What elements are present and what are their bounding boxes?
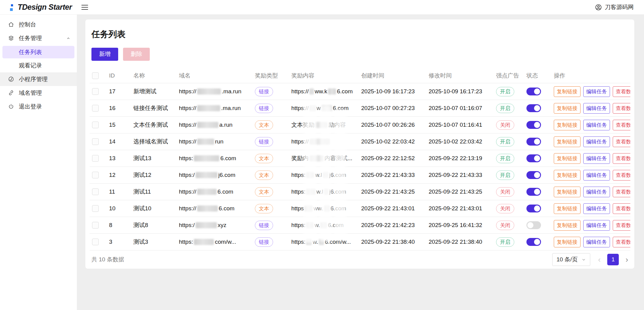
page-size-select[interactable]: 10 条/页 [552, 253, 590, 266]
table-row: 14选择域名测试https://run链接https://2025-10-02 … [90, 133, 630, 150]
copy-link-button[interactable]: 复制链接 [554, 187, 581, 197]
copy-link-button[interactable]: 复制链接 [554, 153, 581, 164]
row-checkbox[interactable] [92, 205, 99, 212]
current-page-button[interactable]: 1 [607, 254, 619, 265]
view-data-button[interactable]: 查看数据 [613, 203, 630, 214]
row-name: 测试13 [131, 150, 176, 167]
delete-button[interactable]: 删除 [123, 48, 150, 61]
view-data-button[interactable]: 查看数据 [613, 86, 630, 97]
row-select-cell [90, 234, 107, 250]
row-checkbox[interactable] [92, 239, 99, 245]
select-all-checkbox[interactable] [92, 72, 99, 79]
view-data-button[interactable]: 查看数据 [613, 103, 630, 114]
row-created-time: 2025-09-22 21:38:40 [359, 234, 426, 250]
app-logo[interactable]: TDesign Starter [0, 3, 77, 12]
view-data-button[interactable]: 查看数据 [613, 153, 630, 164]
sidebar-item-miniprogram[interactable]: 小程序管理 [0, 72, 77, 86]
row-reward-type: 链接 [252, 217, 289, 234]
status-toggle[interactable] [526, 205, 541, 212]
copy-link-button[interactable]: 复制链接 [554, 237, 581, 247]
edit-task-button[interactable]: 编辑任务 [583, 120, 610, 130]
status-toggle[interactable] [526, 104, 541, 112]
copy-link-button[interactable]: 复制链接 [554, 170, 581, 181]
copy-link-button[interactable]: 复制链接 [554, 103, 581, 114]
row-checkbox[interactable] [92, 88, 99, 95]
view-data-button[interactable]: 查看数据 [613, 136, 630, 147]
edit-task-button[interactable]: 编辑任务 [583, 136, 610, 147]
status-toggle[interactable] [526, 88, 541, 95]
ad-status-tag: 关闭 [496, 120, 514, 130]
prev-page-button[interactable]: ‹ [598, 256, 601, 264]
row-checkbox[interactable] [92, 122, 99, 128]
status-toggle[interactable] [526, 171, 541, 179]
status-toggle[interactable] [526, 188, 541, 196]
next-page-button[interactable]: › [625, 256, 628, 264]
column-header-status: 状态 [524, 68, 551, 83]
view-data-button[interactable]: 查看数据 [613, 187, 630, 197]
chevron-down-icon [581, 257, 586, 262]
sidebar-item-dashboard[interactable]: 控制台 [0, 18, 77, 31]
chevron-up-icon [66, 36, 71, 41]
edit-task-button[interactable]: 编辑任务 [583, 203, 610, 214]
sidebar-item-task-list[interactable]: 任务列表 [2, 46, 74, 58]
edit-task-button[interactable]: 编辑任务 [583, 220, 610, 231]
row-reward-content: httpsww.6.com [289, 200, 359, 217]
copy-link-button[interactable]: 复制链接 [554, 136, 581, 147]
row-reward-content: https:// [289, 133, 359, 150]
row-actions: 复制链接编辑任务查看数据 [551, 150, 630, 167]
sidebar-item-watch-records[interactable]: 观看记录 [0, 59, 77, 72]
row-checkbox[interactable] [92, 188, 99, 195]
row-created-time: 2025-10-07 00:27:23 [359, 100, 426, 117]
add-button[interactable]: 新增 [91, 48, 118, 61]
toggle-knob [527, 222, 533, 228]
status-toggle[interactable] [526, 121, 541, 129]
status-toggle[interactable] [526, 238, 541, 246]
status-toggle[interactable] [526, 221, 541, 229]
ad-status-tag: 开启 [496, 170, 514, 180]
copy-link-button[interactable]: 复制链接 [554, 220, 581, 231]
row-checkbox[interactable] [92, 222, 99, 229]
status-toggle[interactable] [526, 154, 541, 162]
row-checkbox[interactable] [92, 138, 99, 145]
sidebar-item-logout[interactable]: 退出登录 [0, 100, 77, 113]
column-header-actions: 操作 [551, 68, 630, 83]
copy-link-button[interactable]: 复制链接 [554, 120, 581, 130]
menu-collapse-icon[interactable] [81, 3, 89, 11]
edit-task-button[interactable]: 编辑任务 [583, 237, 610, 247]
redacted-text [310, 88, 314, 95]
row-checkbox[interactable] [92, 172, 99, 178]
copy-link-button[interactable]: 复制链接 [554, 203, 581, 214]
ad-status-tag: 关闭 [496, 187, 514, 197]
row-domain: https://6.com [176, 184, 252, 200]
user-menu[interactable]: 刀客源码网 [595, 3, 644, 11]
row-switch-cell [524, 217, 551, 234]
edit-task-button[interactable]: 编辑任务 [583, 187, 610, 197]
table-row: 16链接任务测试https://.ma.run链接https://w6.com2… [90, 100, 630, 117]
view-data-button[interactable]: 查看数据 [613, 170, 630, 181]
edit-task-button[interactable]: 编辑任务 [583, 86, 610, 97]
edit-task-button[interactable]: 编辑任务 [583, 170, 610, 181]
row-checkbox[interactable] [92, 105, 99, 112]
edit-task-button[interactable]: 编辑任务 [583, 153, 610, 164]
row-reward-content: https:w.lj6.com [289, 184, 359, 200]
copy-link-button[interactable]: 复制链接 [554, 86, 581, 97]
sidebar-item-domain-management[interactable]: 域名管理 [0, 86, 77, 100]
row-modified-time: 2025-09-22 21:43:33 [426, 167, 494, 184]
row-reward-type: 链接 [252, 83, 289, 100]
view-data-button[interactable]: 查看数据 [613, 220, 630, 231]
view-data-button[interactable]: 查看数据 [613, 120, 630, 130]
redacted-text [197, 105, 220, 111]
sidebar-item-task-management[interactable]: 任务管理 [0, 31, 77, 45]
edit-task-button[interactable]: 编辑任务 [583, 103, 610, 114]
reward-type-tag: 链接 [255, 87, 273, 96]
row-select-cell [90, 83, 107, 100]
row-checkbox[interactable] [92, 155, 99, 162]
task-table: ID 名称 域名 奖励类型 奖励内容 创建时间 修改时间 强点广告 状态 操作 … [90, 68, 630, 251]
row-domain: https:com/w... [176, 234, 252, 250]
main-content: 任务列表 新增 删除 ID 名称 域名 奖励类型 奖励内容 创建时间 [77, 15, 644, 310]
toggle-knob [534, 155, 540, 161]
view-data-button[interactable]: 查看数据 [613, 237, 630, 247]
status-toggle[interactable] [526, 138, 541, 146]
row-switch-cell [524, 133, 551, 150]
row-name: 测试3 [131, 234, 176, 250]
